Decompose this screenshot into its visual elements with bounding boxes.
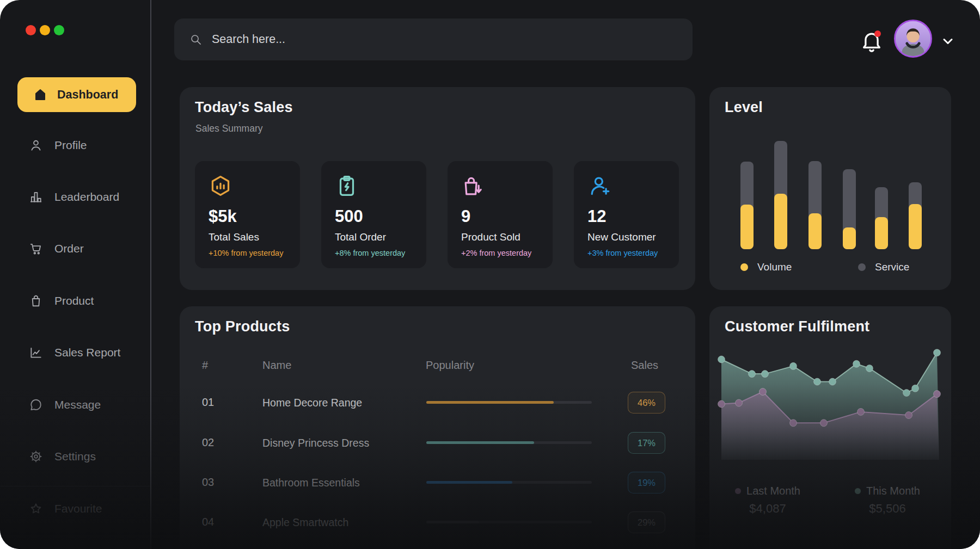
chart-line-icon — [29, 346, 43, 360]
sidebar-item-label: Profile — [54, 139, 87, 152]
column-sales: Sales — [631, 359, 658, 372]
legend-row: Last Month — [713, 485, 822, 497]
sidebar: DashboardProfileLeaderboardOrderProductS… — [0, 0, 151, 549]
stat-value: 12 — [587, 207, 606, 226]
stat-card-new-customer[interactable]: 12New Customer+3% from yesterday — [574, 161, 679, 268]
product-number: 01 — [202, 396, 214, 409]
stat-label: Product Sold — [461, 231, 520, 243]
table-row-04[interactable]: 04Apple Smartwatch29% — [180, 510, 695, 534]
product-name: Apple Smartwatch — [262, 516, 348, 529]
zoom-window-button[interactable] — [54, 25, 64, 35]
sidebar-item-dashboard[interactable]: Dashboard — [17, 77, 136, 112]
stat-label: New Customer — [587, 231, 656, 243]
volume-bar-segment — [740, 205, 754, 249]
cart-icon — [29, 242, 43, 256]
volume-bar-segment — [808, 213, 822, 249]
legend-label: This Month — [866, 485, 920, 497]
sidebar-item-sales-report[interactable]: Sales Report — [0, 340, 150, 366]
stat-delta: +10% from yesterday — [209, 249, 283, 257]
level-bar-chart — [709, 87, 951, 249]
stat-card-total-sales[interactable]: $5kTotal Sales+10% from yesterday — [195, 161, 300, 268]
legend-label: Last Month — [746, 485, 800, 497]
table-row-01[interactable]: 01Home Decore Range46% — [180, 391, 695, 415]
avatar-illustration — [896, 21, 930, 56]
product-number: 04 — [202, 516, 214, 528]
sidebar-item-label: Sales Report — [54, 346, 120, 359]
bag-icon — [29, 294, 43, 308]
legend-label: Volume — [757, 261, 792, 273]
stat-label: Total Order — [335, 231, 386, 243]
top-products-card: Top Products # Name Popularity Sales 01H… — [180, 306, 695, 549]
stat-card-product-sold[interactable]: 9Product Sold+2% from yesterday — [448, 161, 553, 268]
bag-arrow-down-icon — [461, 174, 486, 199]
user-icon — [29, 138, 43, 152]
level-bar-1 — [740, 162, 754, 249]
top-products-title: Top Products — [195, 318, 290, 335]
customer-fulfilment-card: Customer Fulfilment Last Month$4,087This… — [709, 306, 951, 549]
sidebar-item-leaderboard[interactable]: Leaderboard — [0, 184, 150, 210]
popularity-track — [426, 521, 592, 523]
table-row-03[interactable]: 03Bathroom Essentials19% — [180, 471, 695, 495]
stat-delta: +3% from yesterday — [587, 249, 658, 257]
legend-value: $5,506 — [833, 502, 942, 516]
chevron-down-icon[interactable] — [939, 35, 957, 48]
customer-fulfilment-title: Customer Fulfilment — [725, 318, 869, 335]
sidebar-item-label: Leaderboard — [54, 190, 119, 203]
sidebar-item-profile[interactable]: Profile — [0, 132, 150, 158]
sidebar-item-order[interactable]: Order — [0, 236, 150, 262]
legend-service: Service — [858, 261, 909, 273]
sidebar-divider — [0, 486, 150, 486]
legend-this-month: This Month$5,506 — [833, 485, 942, 516]
level-bar-3 — [808, 161, 822, 249]
app-window: DashboardProfileLeaderboardOrderProductS… — [0, 0, 980, 549]
hexagon-stats-icon — [208, 174, 233, 199]
table-row-02[interactable]: 02Disney Princess Dress17% — [180, 431, 695, 455]
popularity-fill — [426, 401, 554, 404]
product-name: Disney Princess Dress — [262, 437, 369, 449]
stat-value: $5k — [209, 207, 237, 226]
column-name: Name — [262, 359, 291, 372]
legend-dot-service — [858, 263, 866, 271]
gear-icon — [29, 449, 43, 464]
popularity-fill — [426, 521, 479, 523]
todays-sales-card: Today’s Sales Sales Summary $5kTotal Sal… — [180, 87, 695, 290]
legend-last-month: Last Month$4,087 — [713, 485, 822, 516]
level-bar-6 — [909, 182, 922, 249]
legend-value: $4,087 — [713, 502, 822, 516]
stat-value: 500 — [335, 207, 363, 226]
product-number: 03 — [202, 476, 214, 489]
search-icon — [189, 33, 202, 46]
column-popularity: Popularity — [426, 359, 474, 372]
sidebar-item-settings[interactable]: Settings — [0, 443, 150, 470]
notifications-button[interactable] — [859, 29, 884, 54]
minimize-window-button[interactable] — [40, 25, 50, 35]
level-bar-4 — [843, 169, 856, 249]
sales-badge: 19% — [628, 472, 665, 494]
stat-label: Total Sales — [209, 231, 259, 243]
sidebar-item-message[interactable]: Message — [0, 392, 150, 418]
sidebar-item-favourite[interactable]: Favourite — [0, 496, 150, 522]
sidebar-item-label: Favourite — [54, 502, 102, 515]
leaderboard-icon — [29, 190, 43, 204]
level-bar-2 — [774, 141, 787, 249]
search-bar[interactable] — [174, 18, 693, 60]
sales-badge: 29% — [628, 511, 665, 533]
fulfilment-area-chart — [721, 348, 939, 460]
close-window-button[interactable] — [26, 25, 36, 35]
sales-badge: 17% — [628, 432, 665, 454]
stat-value: 9 — [461, 207, 470, 226]
legend-row: This Month — [833, 485, 942, 497]
notification-badge — [874, 30, 881, 37]
legend-dot-this-month — [855, 488, 861, 494]
search-input[interactable] — [211, 32, 677, 47]
stat-delta: +8% from yesterday — [335, 249, 405, 257]
sidebar-item-product[interactable]: Product — [0, 288, 150, 314]
volume-bar-segment — [843, 227, 856, 249]
legend-dot-last-month — [735, 488, 741, 494]
legend-volume: Volume — [740, 261, 792, 273]
stat-card-total-order[interactable]: 500Total Order+8% from yesterday — [321, 161, 426, 268]
sales-summary-subtitle: Sales Summary — [195, 123, 263, 134]
popularity-track — [426, 401, 592, 404]
user-avatar[interactable] — [894, 20, 932, 58]
product-name: Home Decore Range — [262, 397, 362, 409]
